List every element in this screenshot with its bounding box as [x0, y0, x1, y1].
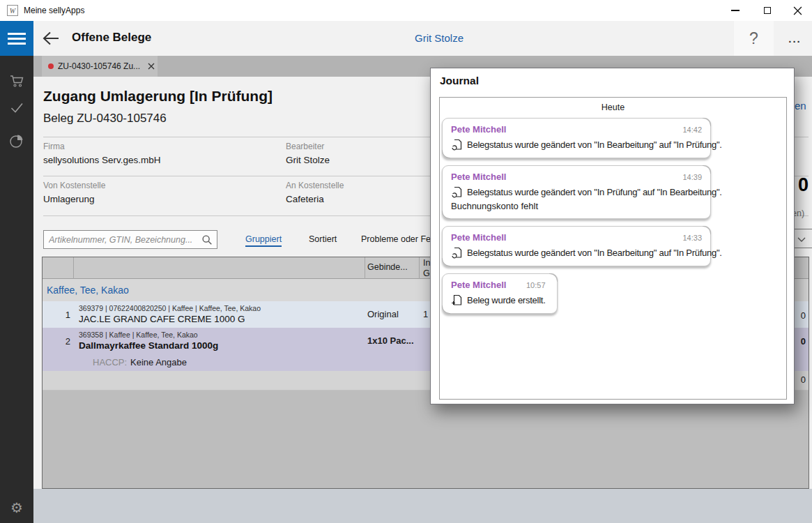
- entry-text: Belegstatus wurde geändert von "In Bearb…: [467, 139, 722, 150]
- search-input[interactable]: [49, 232, 197, 248]
- journal-title: Journal: [440, 75, 479, 87]
- row-meta: 369358 | Kaffee | Kaffee, Tee, Kakao: [79, 331, 198, 339]
- sidebar-item-cart[interactable]: [8, 73, 25, 89]
- filter-probleme[interactable]: Probleme oder Fel: [361, 234, 433, 244]
- field-value-an-kostenstelle: Cafeteria: [286, 194, 324, 204]
- entry-author: Pete Mitchell: [451, 124, 506, 135]
- gear-icon: ⚙: [8, 499, 25, 516]
- help-button[interactable]: ?: [734, 21, 774, 56]
- nav-sidebar: ⚙: [0, 56, 33, 523]
- back-arrow-icon: [40, 29, 61, 48]
- row-gebinde: Original: [367, 309, 399, 319]
- page-title: Offene Belege: [72, 31, 151, 45]
- field-label-bearbeiter: Bearbeiter: [286, 142, 324, 151]
- minimize-icon: [731, 10, 740, 11]
- chevron-down-icon: [797, 235, 806, 245]
- field-label-an-kostenstelle: An Kostenstelle: [286, 181, 344, 190]
- close-button[interactable]: [783, 0, 812, 21]
- entry-text: Belegstatus wurde geändert von "In Bearb…: [467, 248, 722, 258]
- column-header-gebinde: Gebinde...: [367, 262, 408, 272]
- hamburger-icon: [8, 33, 26, 35]
- sidebar-item-settings[interactable]: ⚙: [8, 499, 25, 516]
- field-label-firma: Firma: [43, 142, 65, 151]
- status-changed-icon: [451, 186, 463, 198]
- entry-text: Beleg wurde erstellt.: [467, 295, 546, 305]
- row-article-name: JAC.LE GRAND CAFE CREME 1000 G: [79, 314, 245, 324]
- entry-author: Pete Mitchell: [451, 232, 506, 243]
- app-logo-icon: W: [7, 5, 18, 16]
- entry-text-line2: Buchnungskonto fehlt: [451, 201, 702, 211]
- bottom-strip: [33, 489, 812, 523]
- filter-gruppiert[interactable]: Gruppiert: [245, 234, 282, 247]
- sidebar-item-tasks[interactable]: [8, 99, 25, 116]
- minimize-button[interactable]: [719, 0, 751, 21]
- close-icon: [793, 6, 802, 15]
- haccp-value: Keine Angabe: [130, 357, 187, 367]
- tab-close-icon[interactable]: [146, 61, 156, 71]
- entry-time: 14:39: [682, 173, 702, 181]
- group-header-label: Kaffee, Tee, Kakao: [47, 285, 129, 296]
- row-number: 2: [55, 336, 70, 347]
- column-header-in-line1: In: [423, 258, 430, 268]
- journal-entry: Pete Mitchell 14:39 Belegstatus wurde ge…: [442, 165, 711, 219]
- entry-author: Pete Mitchell: [451, 172, 506, 182]
- maximize-button[interactable]: [751, 0, 783, 21]
- title-bar: W Meine sellyApps: [0, 0, 812, 21]
- field-value-von-kostenstelle: Umlagerung: [43, 194, 95, 204]
- tab-label: ZU-0430-105746 Zu...: [58, 61, 140, 71]
- entry-time: 14:33: [682, 234, 702, 242]
- entry-time: 10:57: [526, 281, 546, 289]
- field-label-von-kostenstelle: Von Kostenstelle: [43, 181, 105, 190]
- checkmark-icon: [8, 99, 25, 116]
- article-search-box: [43, 230, 217, 249]
- journal-day-label: Heute: [442, 103, 784, 112]
- filter-sortiert[interactable]: Sortiert: [309, 234, 337, 244]
- document-created-icon: [451, 294, 463, 306]
- pie-chart-icon: [8, 132, 25, 149]
- row-gebinde: 1x10 Pac...: [367, 335, 414, 346]
- entry-time: 14:42: [682, 126, 702, 134]
- back-button[interactable]: [40, 29, 61, 48]
- status-changed-icon: [451, 139, 463, 151]
- maximize-icon: [764, 7, 771, 14]
- field-value-firma: sellysolutions Serv.ges.mbH: [43, 155, 161, 165]
- row-article-name: Dallmayrkaffee Standard 1000g: [79, 340, 218, 351]
- field-value-bearbeiter: Grit Stolze: [286, 155, 330, 165]
- journal-entry: Pete Mitchell 14:42 Belegstatus wurde ge…: [442, 118, 711, 158]
- row-qty-fragment: 1: [423, 309, 428, 319]
- tab-document[interactable]: ZU-0430-105746 Zu...: [42, 56, 158, 77]
- right-edge-link-fragment[interactable]: en: [795, 100, 806, 112]
- window-title: Meine sellyApps: [24, 6, 84, 15]
- cart-icon: [8, 73, 25, 89]
- journal-entry: Pete Mitchell 10:57 Beleg wurde erstellt…: [442, 273, 558, 314]
- dropdown-fragment[interactable]: [794, 229, 812, 248]
- status-changed-icon: [451, 247, 463, 259]
- entry-text: Belegstatus wurde geändert von "In Prüfu…: [467, 187, 722, 197]
- unsaved-changes-dot-icon: [48, 63, 54, 69]
- row-meta: 369379 | 07622400820250 | Kaffee | Kaffe…: [79, 304, 261, 312]
- haccp-label: HACCP:: [93, 357, 127, 367]
- journal-entry: Pete Mitchell 14:33 Belegstatus wurde ge…: [442, 226, 711, 266]
- entry-author: Pete Mitchell: [451, 280, 506, 290]
- document-title: Zugang Umlagerung [In Prüfung]: [43, 88, 273, 105]
- sidebar-item-reports[interactable]: [8, 132, 25, 149]
- journal-entry-list[interactable]: Heute Pete Mitchell 14:42 Belegstatus wu…: [439, 97, 787, 400]
- current-user-link[interactable]: Grit Stolze: [387, 32, 491, 44]
- journal-popup: Journal Heute Pete Mitchell 14:42 Belegs…: [430, 68, 795, 404]
- more-options-button[interactable]: ...: [778, 21, 812, 56]
- row-number: 1: [55, 310, 70, 320]
- hamburger-menu-button[interactable]: [0, 21, 33, 56]
- search-icon[interactable]: [201, 234, 213, 246]
- app-window: W Meine sellyApps Offene Belege Grit Sto…: [0, 0, 812, 523]
- document-subtitle: Beleg ZU-0430-105746: [43, 112, 167, 126]
